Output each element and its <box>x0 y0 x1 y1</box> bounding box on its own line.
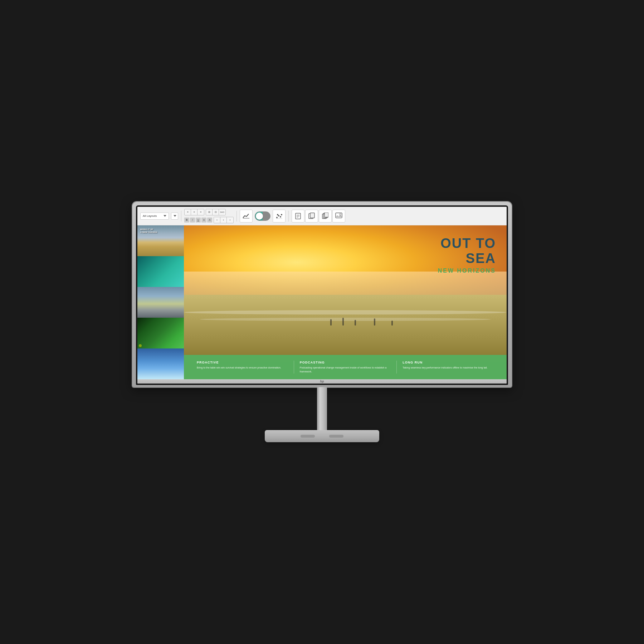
layout-btn1[interactable]: ▪ <box>214 217 220 223</box>
font-color[interactable]: A <box>207 218 212 223</box>
card-3-text: Taking seamless key performance indicato… <box>402 366 494 370</box>
screen: All Layouts ≡ ≡ <box>137 207 507 384</box>
thumbnail-5[interactable] <box>137 348 184 379</box>
separator-3 <box>288 211 289 221</box>
svg-rect-14 <box>325 213 328 217</box>
font-size[interactable]: A <box>201 218 206 223</box>
dropdown2-arrow <box>174 215 176 217</box>
thumbnail-2[interactable] <box>137 256 184 287</box>
toolbar-row1: ≡ ≡ ≡ ⊞ ⊟ 3HD <box>184 208 234 216</box>
main-canvas: OUT TO SEA NEW HORIZONS PROACTIVE Bring … <box>184 225 507 379</box>
thumbnail-1-label: BRING IT UPA NEW CHANGE <box>140 228 157 234</box>
info-cards: PROACTIVE Bring to the table win-win sur… <box>184 355 507 379</box>
align-buttons: ≡ ≡ ≡ <box>184 209 204 215</box>
info-card-2: PODCASTING Podcasting operational change… <box>294 361 397 374</box>
thumbnail-1[interactable]: BRING IT UPA NEW CHANGE <box>137 225 184 256</box>
monitor-body: All Layouts ≡ ≡ <box>132 202 512 387</box>
page-btn4[interactable] <box>332 210 345 223</box>
format-view2[interactable]: ⊟ <box>213 209 219 215</box>
toolbar-dropdown2[interactable] <box>171 213 178 220</box>
svg-point-1 <box>276 217 278 218</box>
italic-btn[interactable]: I <box>190 218 195 223</box>
scatter-button[interactable] <box>273 210 286 223</box>
dropdown-label: All Layouts <box>143 214 162 218</box>
page-btn2[interactable] <box>305 210 318 223</box>
screen-bezel: All Layouts ≡ ≡ <box>136 205 508 385</box>
card-1-text: Bring to the table win-win survival stra… <box>197 366 288 370</box>
align-group: ≡ ≡ ≡ ⊞ ⊟ 3HD <box>184 208 234 224</box>
page-btn1[interactable] <box>292 210 304 223</box>
surfer-1 <box>330 319 332 326</box>
dropdown-arrow <box>164 215 166 217</box>
svg-point-2 <box>278 215 279 216</box>
page-icon-3 <box>322 213 328 220</box>
align-center[interactable]: ≡ <box>191 209 197 215</box>
surfer-5 <box>391 321 393 326</box>
card-2-text: Podcasting operational change management… <box>300 366 391 374</box>
monitor-bottom-bar: hp <box>137 379 507 384</box>
bold-btn[interactable]: B <box>184 218 189 223</box>
svg-point-3 <box>280 216 281 218</box>
toggle-button[interactable] <box>255 211 270 221</box>
font-buttons: B I U A A <box>184 218 212 223</box>
underline-btn[interactable]: U <box>196 218 201 223</box>
card-3-title: LONG RUN <box>402 361 494 364</box>
page-icons-group <box>292 210 345 223</box>
separator-1 <box>181 211 181 221</box>
layout-btn2[interactable]: ▪ <box>220 217 227 223</box>
surfer-2 <box>342 318 344 326</box>
align-left[interactable]: ≡ <box>185 209 191 215</box>
stand-base <box>265 430 379 442</box>
info-card-1: PROACTIVE Bring to the table win-win sur… <box>191 361 294 374</box>
canvas-title: OUT TO SEA NEW HORIZONS <box>438 236 496 274</box>
layout-buttons2: ▪ ▪ ▪ <box>214 217 234 223</box>
thumbnail-3[interactable] <box>137 287 184 318</box>
page-btn3[interactable] <box>319 210 332 223</box>
surfer-4 <box>374 318 375 326</box>
scatter-icon <box>275 213 283 219</box>
svg-point-5 <box>277 214 278 215</box>
page-icon-1 <box>295 213 301 220</box>
title-line2: SEA <box>438 251 496 266</box>
hp-logo: hp <box>320 380 324 383</box>
content-area: BRING IT UPA NEW CHANGE <box>137 225 507 379</box>
title-subtitle: NEW HORIZONS <box>438 268 496 274</box>
sidebar-thumbnails: BRING IT UPA NEW CHANGE <box>137 225 184 379</box>
svg-point-16 <box>340 213 341 215</box>
stand-base-hole-1 <box>301 435 315 438</box>
layout-btn3[interactable]: ▪ <box>227 217 233 223</box>
svg-rect-11 <box>310 213 314 218</box>
separator-2 <box>236 211 237 221</box>
format-3hd[interactable]: 3HD <box>219 209 225 215</box>
stand-base-hole-2 <box>329 435 343 438</box>
svg-point-4 <box>281 214 282 215</box>
chart-icon <box>242 213 250 219</box>
monitor: All Layouts ≡ ≡ <box>125 202 519 442</box>
chart-button[interactable] <box>240 210 253 223</box>
format-buttons: ⊞ ⊟ 3HD <box>206 209 226 215</box>
toolbar-rows: ≡ ≡ ≡ ⊞ ⊟ 3HD <box>184 208 234 224</box>
thumbnail-4[interactable] <box>137 318 184 348</box>
surfers <box>248 295 474 326</box>
page-icon-2 <box>308 213 315 220</box>
card-1-title: PROACTIVE <box>197 361 288 364</box>
toolbar: All Layouts ≡ ≡ <box>137 207 507 225</box>
page-icon-4 <box>335 213 342 220</box>
toolbar-dropdown[interactable]: All Layouts <box>140 213 169 220</box>
title-line1: OUT TO <box>438 236 496 251</box>
info-card-3: LONG RUN Taking seamless key performance… <box>397 361 499 374</box>
surfer-3 <box>355 320 356 326</box>
format-view1[interactable]: ⊞ <box>206 209 213 215</box>
stand-neck <box>317 387 327 430</box>
toolbar-row2: B I U A A ▪ ▪ ▪ <box>184 216 234 224</box>
card-2-title: PODCASTING <box>300 361 391 364</box>
align-right[interactable]: ≡ <box>197 209 204 215</box>
